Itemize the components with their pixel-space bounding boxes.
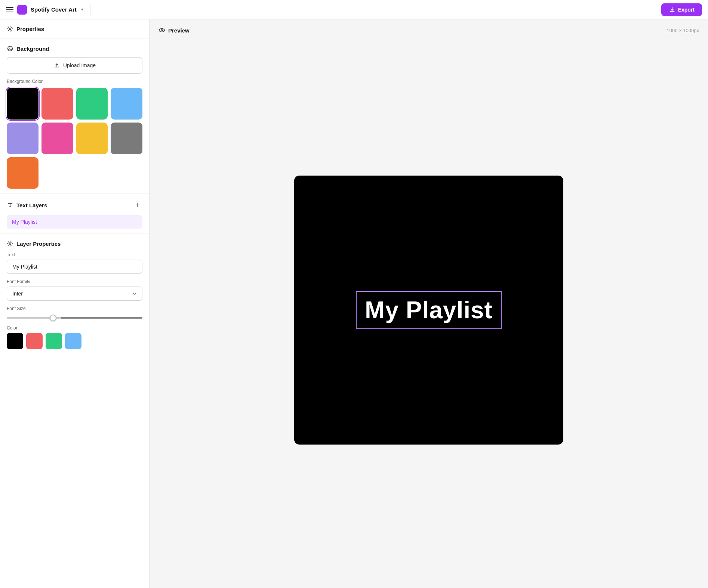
font-size-slider[interactable] — [7, 317, 142, 319]
bg-color-label: Background Color — [7, 79, 142, 84]
svg-point-3 — [9, 243, 11, 245]
text-prop-label: Text — [7, 252, 142, 257]
text-icon — [7, 202, 13, 208]
bg-color-swatch-5[interactable] — [41, 123, 73, 154]
preview-header: Preview 1000 × 1000px — [158, 27, 699, 34]
preview-canvas[interactable]: My Playlist — [294, 176, 563, 445]
text-layers-section: Text Layers + My Playlist — [0, 194, 149, 233]
download-icon — [669, 6, 675, 13]
main-layout: Properties Background Upload Image B — [0, 19, 708, 588]
svg-point-1 — [8, 46, 13, 51]
text-layers-header: Text Layers + — [7, 200, 142, 210]
bg-color-swatch-7[interactable] — [111, 123, 142, 154]
app-icon — [17, 5, 27, 15]
bg-color-swatch-8[interactable] — [7, 157, 39, 189]
add-text-layer-button[interactable]: + — [133, 200, 142, 210]
gear-icon-2 — [7, 240, 13, 247]
font-family-label: Font Family — [7, 279, 142, 284]
layer-color-swatch-1[interactable] — [26, 333, 43, 349]
preview-area: Preview 1000 × 1000px My Playlist — [150, 19, 708, 588]
export-label: Export — [678, 7, 695, 13]
preview-canvas-wrapper: My Playlist — [158, 40, 699, 581]
upload-image-button[interactable]: Upload Image — [7, 57, 142, 74]
sidebar: Properties Background Upload Image B — [0, 19, 150, 588]
font-family-select[interactable]: Inter Roboto Open Sans Montserrat Lato — [7, 287, 142, 301]
preview-size: 1000 × 1000px — [667, 28, 699, 33]
bg-color-swatch-4[interactable] — [7, 123, 39, 154]
app-title: Spotify Cover Art — [31, 6, 77, 13]
font-size-label: Font Size — [7, 306, 142, 311]
bg-color-swatch-1[interactable] — [41, 88, 73, 120]
upload-icon — [53, 62, 60, 69]
bg-color-swatch-2[interactable] — [76, 88, 108, 120]
svg-point-4 — [159, 29, 164, 32]
font-size-slider-wrapper — [7, 313, 142, 320]
svg-point-2 — [9, 47, 9, 48]
layer-properties-header: Layer Properties — [7, 240, 142, 247]
topbar: Spotify Cover Art ▾ Export — [0, 0, 708, 19]
canvas-text-box[interactable]: My Playlist — [356, 291, 502, 329]
bg-color-swatch-0[interactable] — [7, 88, 39, 120]
background-header: Background — [7, 45, 142, 52]
hamburger-icon[interactable] — [6, 7, 13, 12]
export-button[interactable]: Export — [661, 3, 702, 16]
canvas-text: My Playlist — [365, 297, 493, 324]
layer-properties-section: Layer Properties Text Font Family Inter … — [0, 233, 149, 354]
bg-color-grid — [7, 88, 142, 189]
bg-color-swatch-6[interactable] — [76, 123, 108, 154]
background-title: Background — [16, 46, 49, 52]
svg-point-0 — [9, 28, 11, 30]
bg-color-swatch-3[interactable] — [111, 88, 142, 120]
topbar-left: Spotify Cover Art ▾ — [6, 4, 90, 15]
preview-title: Preview — [168, 27, 190, 34]
text-layers-list: My Playlist — [7, 215, 142, 229]
background-section: Background Upload Image Background Color — [0, 38, 149, 194]
topbar-divider — [90, 4, 90, 15]
preview-title-row: Preview — [158, 27, 190, 34]
eye-icon — [158, 27, 165, 34]
layer-color-swatch-3[interactable] — [65, 333, 81, 349]
text-layers-title: Text Layers — [16, 202, 47, 208]
layer-color-swatch-0[interactable] — [7, 333, 23, 349]
svg-point-5 — [161, 30, 163, 31]
properties-title: Properties — [16, 26, 44, 32]
layer-color-row — [7, 333, 142, 349]
text-input[interactable] — [7, 260, 142, 274]
text-layer-item-0[interactable]: My Playlist — [7, 215, 142, 229]
gear-icon — [7, 25, 13, 32]
layer-properties-title: Layer Properties — [16, 241, 61, 247]
upload-label: Upload Image — [63, 62, 96, 68]
color-label: Color — [7, 325, 142, 331]
background-icon — [7, 45, 13, 52]
layer-color-swatch-2[interactable] — [46, 333, 62, 349]
properties-header: Properties — [0, 19, 149, 38]
chevron-down-icon[interactable]: ▾ — [81, 7, 83, 12]
